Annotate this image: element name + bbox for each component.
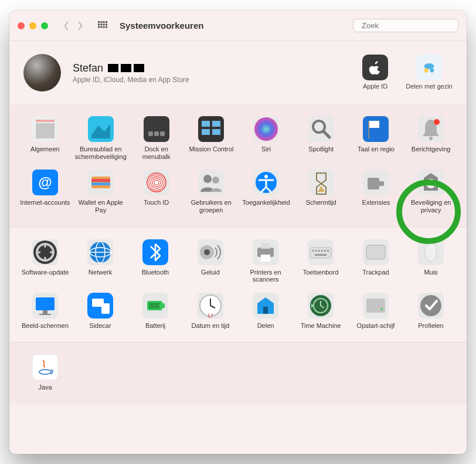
pref-item-battery[interactable]: Batterij xyxy=(129,292,182,331)
mission-control-icon xyxy=(198,116,224,142)
svg-rect-79 xyxy=(36,297,55,310)
pref-item-security[interactable]: Beveiliging en privacy xyxy=(404,168,457,215)
pref-item-spotlight[interactable]: Spotlight xyxy=(295,115,348,161)
pref-item-sharing[interactable]: Delen xyxy=(239,292,292,331)
svg-rect-7 xyxy=(106,23,107,25)
pref-label: Bureaublad en schermbeveiliging xyxy=(75,145,127,160)
svg-rect-76 xyxy=(315,254,327,256)
pref-item-screen-time[interactable]: Schermtijd xyxy=(295,168,348,215)
pref-item-users-groups[interactable]: Gebruikers en groepen xyxy=(185,168,237,215)
pref-label: Beeld-schermen xyxy=(22,322,69,330)
mouse-icon xyxy=(418,239,444,265)
pref-item-dock[interactable]: Dock en menubalk xyxy=(130,115,183,161)
pref-item-bluetooth[interactable]: Bluetooth xyxy=(129,238,182,285)
profile-row: Stefan Apple ID, iCloud, Media en App St… xyxy=(9,41,467,104)
pref-label: Siri xyxy=(261,145,271,153)
pref-item-software-update[interactable]: Software-update xyxy=(19,238,72,285)
pref-item-notifications[interactable]: Berichtgeving xyxy=(404,115,457,161)
search-field[interactable] xyxy=(353,19,458,32)
pref-item-desktop[interactable]: Bureaublad en schermbeveiliging xyxy=(74,115,128,161)
pref-label: Toetsenbord xyxy=(303,269,339,276)
svg-rect-68 xyxy=(261,255,270,262)
preferences-window: Systeemvoorkeuren Stefan Apple ID, iClou… xyxy=(9,11,467,454)
pref-label: Software-update xyxy=(22,269,69,276)
close-button[interactable] xyxy=(18,22,25,29)
pref-label: Batterij xyxy=(145,322,165,330)
show-all-button[interactable] xyxy=(96,19,109,32)
pref-label: Muis xyxy=(424,269,437,276)
back-button[interactable] xyxy=(61,19,72,32)
svg-rect-26 xyxy=(202,121,210,127)
extensions-icon xyxy=(363,170,389,195)
pref-item-language-region[interactable]: Taal en regio xyxy=(350,115,403,161)
svg-rect-95 xyxy=(366,299,385,313)
apple-id-item[interactable]: Apple ID xyxy=(352,55,399,90)
svg-rect-74 xyxy=(324,250,326,252)
pref-label: Touch ID xyxy=(144,199,169,206)
sidecar-icon xyxy=(87,293,113,319)
pref-item-profiles[interactable]: Profielen xyxy=(404,292,457,331)
pref-item-internet-accounts[interactable]: @Internet-accounts xyxy=(19,168,72,215)
pref-section-2: Java xyxy=(9,342,467,404)
trackpad-icon xyxy=(363,239,389,265)
pref-item-network[interactable]: Netwerk xyxy=(74,238,127,285)
pref-item-touch-id[interactable]: Touch ID xyxy=(130,168,183,215)
maximize-button[interactable] xyxy=(41,22,48,29)
pref-item-general[interactable]: Algemeen xyxy=(19,115,72,161)
nav-buttons xyxy=(61,19,86,32)
sound-icon xyxy=(198,239,223,265)
profile-subtitle: Apple ID, iCloud, Media en App Store xyxy=(73,76,340,84)
pref-item-wallet[interactable]: Wallet en Apple Pay xyxy=(74,168,128,215)
svg-point-96 xyxy=(380,308,383,310)
pref-item-sidecar[interactable]: Sidecar xyxy=(74,292,127,331)
sections-container: AlgemeenBureaublad en schermbeveiligingD… xyxy=(9,104,467,404)
svg-rect-19 xyxy=(36,123,55,138)
java-icon xyxy=(32,354,58,380)
pref-label: Profielen xyxy=(418,322,443,330)
window-title: Systeemvoorkeuren xyxy=(120,21,203,31)
pref-item-extensions[interactable]: Extensies xyxy=(350,168,403,215)
bluetooth-icon xyxy=(142,239,168,265)
svg-rect-87 xyxy=(149,303,159,309)
forward-button[interactable] xyxy=(75,19,86,32)
pref-item-mouse[interactable]: Muis xyxy=(404,238,457,285)
pref-item-trackpad[interactable]: Trackpad xyxy=(349,238,402,285)
pref-item-siri[interactable]: Siri xyxy=(240,115,293,161)
pref-item-mission-control[interactable]: Mission Control xyxy=(185,115,237,161)
pref-label: Berichtgeving xyxy=(412,145,451,153)
svg-point-51 xyxy=(264,175,268,178)
security-icon xyxy=(418,170,444,195)
svg-point-65 xyxy=(204,249,210,255)
search-input[interactable] xyxy=(362,21,460,30)
pref-item-displays[interactable]: Beeld-schermen xyxy=(19,292,72,331)
pref-item-java[interactable]: Java xyxy=(19,353,72,392)
pref-label: Datum en tijd xyxy=(192,322,230,330)
pref-item-date-time[interactable]: 17Datum en tijd xyxy=(184,292,237,331)
svg-rect-8 xyxy=(98,26,100,28)
pref-item-time-machine[interactable]: Time Machine xyxy=(294,292,347,331)
family-sharing-item[interactable]: Delen met gezin xyxy=(406,55,453,90)
minimize-button[interactable] xyxy=(29,22,36,29)
svg-rect-27 xyxy=(212,121,220,127)
sharing-icon xyxy=(253,293,278,319)
pref-label: Trackpad xyxy=(362,269,389,276)
avatar[interactable] xyxy=(23,54,61,92)
svg-rect-11 xyxy=(106,26,107,28)
svg-point-97 xyxy=(420,295,441,316)
svg-rect-23 xyxy=(154,131,159,136)
svg-rect-69 xyxy=(310,248,331,258)
pref-item-accessibility[interactable]: Toegankelijkheid xyxy=(240,168,293,215)
pref-item-keyboard[interactable]: Toetsenbord xyxy=(294,238,347,285)
svg-point-36 xyxy=(429,137,433,140)
svg-rect-24 xyxy=(160,131,165,136)
svg-rect-22 xyxy=(148,131,153,136)
pref-item-sound[interactable]: Geluid xyxy=(184,238,237,285)
svg-rect-18 xyxy=(36,120,55,122)
profile-text[interactable]: Stefan Apple ID, iCloud, Media en App St… xyxy=(73,62,340,84)
svg-rect-72 xyxy=(318,250,320,252)
svg-rect-70 xyxy=(312,250,314,252)
pref-item-startup-disk[interactable]: Opstart-schijf xyxy=(349,292,402,331)
pref-item-printers[interactable]: Printers en scanners xyxy=(239,238,292,285)
desktop-icon xyxy=(88,116,114,142)
svg-point-48 xyxy=(203,175,212,183)
